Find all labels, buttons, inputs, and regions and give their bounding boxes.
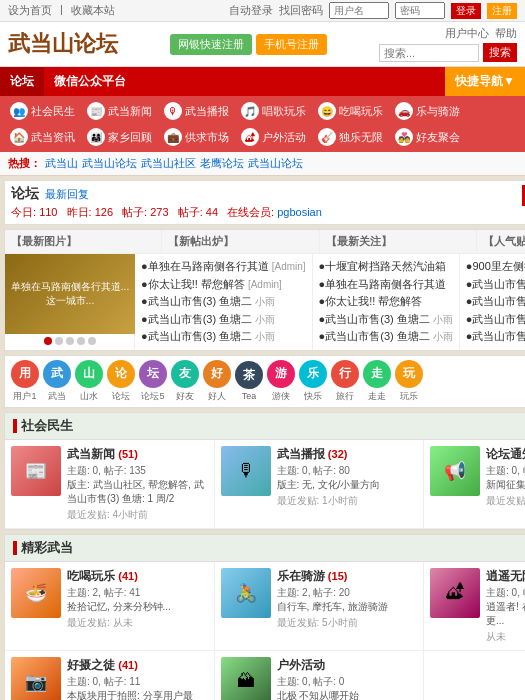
cat-supply[interactable]: 💼 供求市场 <box>158 124 235 150</box>
new-post-link-5[interactable]: ●武当山市售(3) 鱼塘二 小雨 <box>141 328 306 346</box>
set-homepage-link[interactable]: 设为首页 <box>8 3 52 18</box>
password-input[interactable] <box>395 2 445 19</box>
avatar-item-5[interactable]: 坛 论坛5 <box>139 360 167 403</box>
avatar-name-13: 玩乐 <box>400 390 418 403</box>
feat-title-2[interactable]: 乐在骑游 (15) <box>277 568 418 585</box>
popular-link-1[interactable]: ●900里左侧行对方出一量 [行者] <box>466 258 525 276</box>
hot-tag-5[interactable]: 武当山论坛 <box>248 156 303 171</box>
cat-friends-label: 好友聚会 <box>416 130 460 145</box>
avatar-name-7: 好人 <box>208 390 226 403</box>
avatar-item-12[interactable]: 走 走走 <box>363 360 391 403</box>
feat-content-4: 好摄之徒 (41) 主题: 0, 帖子: 11 本版块用于拍照: 分享用户最好.… <box>67 657 208 700</box>
cat-family[interactable]: 👨‍👩‍👧 家乡回顾 <box>81 124 158 150</box>
feat-title-4[interactable]: 好摄之徒 (41) <box>67 657 208 674</box>
find-pwd-link[interactable]: 找回密码 <box>279 3 323 18</box>
avatar-circle-11: 行 <box>331 360 359 388</box>
phone-register-button[interactable]: 手机号注册 <box>256 34 327 55</box>
focus-link-3[interactable]: ●你太让我!! 帮您解答 <box>319 293 453 311</box>
header-right: 用户中心 帮助 搜索 <box>379 26 517 62</box>
avatar-item-9[interactable]: 游 游侠 <box>267 360 295 403</box>
content-area: 发帖监控[2014:47] 论坛 最新回复 今日: 110 昨日: 126 帖子… <box>0 176 525 700</box>
cat-info[interactable]: 🏠 武当资讯 <box>4 124 81 150</box>
new-post-link-3[interactable]: ●武当山市售(3) 鱼塘二 小雨 <box>141 293 306 311</box>
popular-link-5[interactable]: ●武当山市售(2) 双坐日志 [小老二] <box>466 328 525 346</box>
cat-ride[interactable]: 🚗 乐与骑游 <box>389 98 466 124</box>
avatar-name-5: 论坛5 <box>141 390 164 403</box>
cat-outdoor[interactable]: 🏕 户外活动 <box>235 124 312 150</box>
featured-image[interactable]: 单独在马路南侧各行其道...这一城市... <box>5 254 135 334</box>
focus-link-2[interactable]: ●单独在马路南侧各行其道 <box>319 276 453 294</box>
cat-social[interactable]: 👥 社会民生 <box>4 98 81 124</box>
avatar-strip: 用 用户1 武 武当 山 山水 论 论坛 坛 论坛5 友 好友 <box>4 355 525 408</box>
cat-news[interactable]: 📰 武当新闻 <box>81 98 158 124</box>
tab-forum[interactable]: 论坛 <box>0 67 44 96</box>
popular-link-3[interactable]: ●武当山市售(3) 鱼塘三 [Fabe] <box>466 293 525 311</box>
register-top-button[interactable]: 注册 <box>487 3 517 19</box>
avatar-item-1[interactable]: 用 用户1 <box>11 360 39 403</box>
stat-members: 帖子: 44 <box>178 206 218 218</box>
cat-music[interactable]: 🎵 唱歌玩乐 <box>235 98 312 124</box>
search-button[interactable]: 搜索 <box>483 43 517 62</box>
feat-col-2: 【新帖出炉】 <box>162 230 319 253</box>
avatar-item-3[interactable]: 山 山水 <box>75 360 103 403</box>
login-button[interactable]: 登录 <box>451 3 481 19</box>
cat-news-label: 武当新闻 <box>108 104 152 119</box>
feat-title-3[interactable]: 逍遥无限 <box>486 568 525 585</box>
avatar-item-4[interactable]: 论 论坛 <box>107 360 135 403</box>
new-post-link-2[interactable]: ●你太让我!! 帮您解答 [Admin] <box>141 276 306 294</box>
cat-food-icon: 😄 <box>318 102 336 120</box>
latest-reply-link[interactable]: 最新回复 <box>45 187 89 202</box>
search-input[interactable] <box>379 44 479 62</box>
auto-login-link[interactable]: 自动登录 <box>229 3 273 18</box>
tab-wechat[interactable]: 微信公众平台 <box>44 67 136 96</box>
featured-nav <box>5 334 134 348</box>
avatar-circle-3: 山 <box>75 360 103 388</box>
popular-link-2[interactable]: ●武当山市售(3) 鱼塘二 [Fabe] <box>466 276 525 294</box>
cat-friends[interactable]: 💑 好友聚会 <box>389 124 466 150</box>
social-content-1: 武当新闻 (51) 主题: 0, 帖子: 135 版主: 武当山社区, 帮您解答… <box>67 446 208 522</box>
avatar-item-2[interactable]: 武 武当 <box>43 360 71 403</box>
social-title-3[interactable]: 论坛通知 (2) <box>486 446 525 463</box>
favorite-link[interactable]: 收藏本站 <box>71 3 115 18</box>
cat-food-label: 吃喝玩乐 <box>339 104 383 119</box>
slide-dot-4[interactable] <box>77 337 85 345</box>
username-input[interactable] <box>329 2 389 19</box>
cat-food[interactable]: 😄 吃喝玩乐 <box>312 98 389 124</box>
quick-nav-button[interactable]: 快捷导航▼ <box>445 67 525 96</box>
social-title-2[interactable]: 武当播报 (32) <box>277 446 418 463</box>
help-link[interactable]: 帮助 <box>495 26 517 41</box>
avatar-item-10[interactable]: 乐 快乐 <box>299 360 327 403</box>
cat-music-label: 唱歌玩乐 <box>262 104 306 119</box>
main-wrap: 发帖监控[2014:47] 论坛 最新回复 今日: 110 昨日: 126 帖子… <box>0 176 525 700</box>
new-post-link-1[interactable]: ●单独在马路南侧各行其道 [Admin] <box>141 258 306 276</box>
new-post-link-4[interactable]: ●武当山市售(3) 鱼塘二 小雨 <box>141 311 306 329</box>
focus-link-4[interactable]: ●武当山市售(3) 鱼塘二 小雨 <box>319 311 453 329</box>
social-content-3: 论坛通知 (2) 主题: 0, 帖子: 0 新闻征集如能补充或更正... 最近发… <box>486 446 525 522</box>
avatar-item-6[interactable]: 友 好友 <box>171 360 199 403</box>
cat-broadcast[interactable]: 🎙 武当播报 <box>158 98 235 124</box>
slide-dot-5[interactable] <box>88 337 96 345</box>
avatar-item-13[interactable]: 玩 玩乐 <box>395 360 423 403</box>
popular-col: ●900里左侧行对方出一量 [行者] ●武当山市售(3) 鱼塘二 [Fabe] … <box>460 254 525 350</box>
feat-title-5[interactable]: 户外活动 <box>277 657 418 674</box>
bank-register-button[interactable]: 网银快速注册 <box>170 34 252 55</box>
avatar-item-11[interactable]: 行 旅行 <box>331 360 359 403</box>
hot-tag-1[interactable]: 武当山 <box>45 156 78 171</box>
slide-dot-2[interactable] <box>55 337 63 345</box>
latest-focus-col: ●十堰宜树挡路天然汽油箱 ●单独在马路南侧各行其道 ●你太让我!! 帮您解答 ●… <box>313 254 460 350</box>
focus-link-5[interactable]: ●武当山市售(3) 鱼塘二 小雨 <box>319 328 453 346</box>
avatar-item-8[interactable]: 茶 Tea <box>235 361 263 401</box>
user-center-link[interactable]: 用户中心 <box>445 26 489 41</box>
slide-dot-3[interactable] <box>66 337 74 345</box>
hot-tag-2[interactable]: 武当山论坛 <box>82 156 137 171</box>
social-title-1[interactable]: 武当新闻 (51) <box>67 446 208 463</box>
hot-tag-4[interactable]: 老鹰论坛 <box>200 156 244 171</box>
cat-solo[interactable]: 🎸 独乐无限 <box>312 124 389 150</box>
hot-tag-3[interactable]: 武当山社区 <box>141 156 196 171</box>
feat-title-1[interactable]: 吃喝玩乐 (41) <box>67 568 208 585</box>
avatar-item-7[interactable]: 好 好人 <box>203 360 231 403</box>
focus-link-1[interactable]: ●十堰宜树挡路天然汽油箱 <box>319 258 453 276</box>
logo[interactable]: 武当山论坛 <box>8 29 118 59</box>
slide-dot-1[interactable] <box>44 337 52 345</box>
popular-link-4[interactable]: ●武当山市售(3) 鱼塘二 [Fabe] <box>466 311 525 329</box>
